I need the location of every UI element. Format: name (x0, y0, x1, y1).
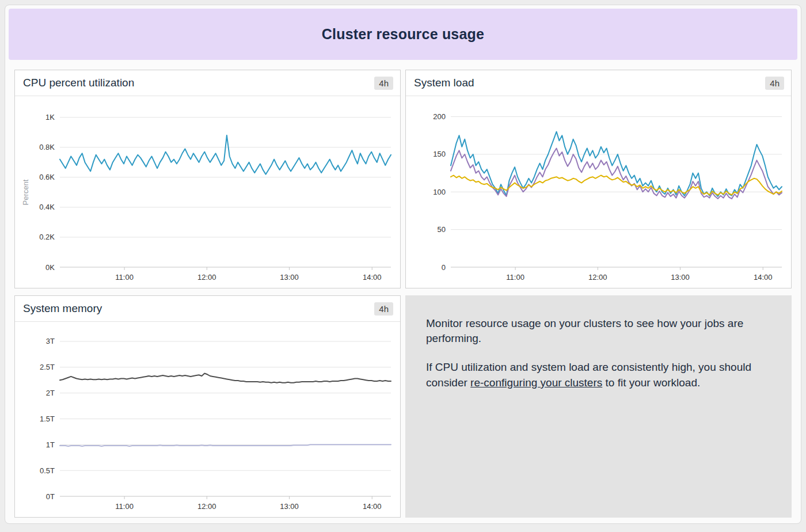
panel-cpu: CPU percent utilization 4h Percent 0K0.2… (14, 70, 401, 288)
svg-text:100: 100 (433, 188, 446, 196)
panel-memory-header: System memory 4h (15, 296, 400, 322)
svg-text:0.5T: 0.5T (40, 466, 55, 475)
svg-text:13:00: 13:00 (280, 273, 299, 282)
svg-text:0T: 0T (46, 492, 55, 501)
svg-text:13:00: 13:00 (671, 273, 690, 282)
info-text-1: Monitor resource usage on your clusters … (426, 317, 743, 344)
svg-text:0.4K: 0.4K (39, 203, 55, 211)
info-paragraph-2: If CPU utilization and system load are c… (426, 360, 769, 390)
panel-info: Monitor resource usage on your clusters … (405, 295, 792, 518)
memory-chart-area: 0T0.5T1T1.5T2T2.5T3T11:0012:0013:0014:00 (15, 322, 400, 517)
load-chart-area: 05010015020011:0012:0013:0014:00 (406, 96, 791, 288)
cpu-time-range-badge[interactable]: 4h (374, 77, 393, 90)
system-load-chart[interactable]: 05010015020011:0012:0013:0014:00 (406, 96, 791, 288)
panel-load-header: System load 4h (406, 70, 791, 96)
svg-text:12:00: 12:00 (197, 273, 216, 282)
svg-text:150: 150 (433, 150, 446, 158)
svg-text:12:00: 12:00 (197, 502, 216, 511)
dashboard-header: Cluster resource usage (9, 9, 797, 60)
svg-text:12:00: 12:00 (588, 273, 607, 282)
svg-text:50: 50 (438, 225, 446, 234)
panel-grid: CPU percent utilization 4h Percent 0K0.2… (14, 70, 792, 518)
panel-memory-title: System memory (23, 302, 102, 315)
panel-load-title: System load (414, 77, 474, 89)
svg-text:14:00: 14:00 (363, 273, 382, 282)
panel-cpu-title: CPU percent utilization (23, 77, 134, 89)
panel-cpu-header: CPU percent utilization 4h (15, 70, 400, 96)
svg-text:3T: 3T (46, 337, 55, 345)
svg-text:14:00: 14:00 (754, 273, 773, 282)
svg-text:1K: 1K (45, 113, 55, 121)
panel-load: System load 4h 05010015020011:0012:0013:… (405, 70, 792, 288)
info-text-3: to fit your workload. (602, 377, 700, 389)
panel-memory: System memory 4h 0T0.5T1T1.5T2T2.5T3T11:… (14, 295, 401, 518)
svg-text:2.5T: 2.5T (40, 363, 55, 371)
cpu-utilization-chart[interactable]: 0K0.2K0.4K0.6K0.8K1K11:0012:0013:0014:00 (15, 96, 400, 288)
page-title: Cluster resource usage (322, 26, 484, 43)
info-paragraph-1: Monitor resource usage on your clusters … (426, 316, 769, 346)
dashboard: Cluster resource usage CPU percent utili… (5, 5, 801, 524)
svg-text:13:00: 13:00 (280, 502, 299, 511)
svg-text:0.6K: 0.6K (39, 173, 55, 181)
svg-text:11:00: 11:00 (115, 502, 134, 511)
svg-text:11:00: 11:00 (115, 273, 134, 282)
svg-text:2T: 2T (46, 389, 55, 397)
svg-text:1T: 1T (46, 440, 55, 449)
memory-time-range-badge[interactable]: 4h (374, 302, 393, 316)
svg-text:14:00: 14:00 (363, 502, 382, 511)
svg-text:0.8K: 0.8K (39, 143, 55, 151)
reconfigure-clusters-link[interactable]: re-configuring your clusters (470, 377, 602, 389)
svg-text:0.2K: 0.2K (39, 233, 55, 241)
cpu-chart-area: Percent 0K0.2K0.4K0.6K0.8K1K11:0012:0013… (15, 96, 400, 288)
svg-text:1.5T: 1.5T (40, 415, 55, 423)
svg-text:0K: 0K (45, 263, 55, 272)
svg-text:11:00: 11:00 (506, 273, 524, 282)
svg-text:0: 0 (442, 263, 446, 272)
load-time-range-badge[interactable]: 4h (765, 77, 784, 90)
system-memory-chart[interactable]: 0T0.5T1T1.5T2T2.5T3T11:0012:0013:0014:00 (15, 322, 400, 517)
svg-text:200: 200 (433, 112, 446, 121)
